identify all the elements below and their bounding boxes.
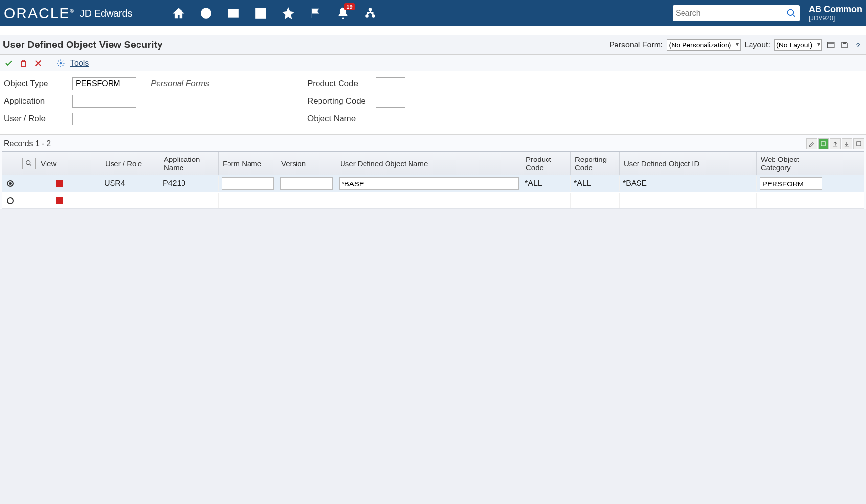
col-app-name[interactable]: Application Name — [160, 152, 219, 175]
product-name: JD Edwards — [80, 8, 133, 19]
hierarchy-icon[interactable] — [364, 6, 377, 20]
cell-user-role[interactable]: USR4 — [101, 176, 160, 191]
svg-rect-11 — [857, 142, 861, 146]
col-view: View — [41, 160, 56, 168]
personal-form-select[interactable]: (No Personalization) — [667, 39, 741, 51]
cell-version[interactable] — [277, 193, 336, 208]
row-radio[interactable] — [7, 197, 14, 204]
clock-icon[interactable] — [199, 6, 213, 20]
cell-reporting-code[interactable]: *ALL — [571, 176, 620, 191]
delete-icon[interactable] — [19, 58, 28, 68]
upload-icon[interactable] — [830, 138, 841, 149]
product-code-input[interactable] — [376, 77, 405, 90]
filters-panel: Object Type Personal Forms Product Code … — [0, 71, 866, 135]
user-env: [JDV920] — [809, 15, 862, 22]
search-icon[interactable] — [785, 7, 797, 19]
col-product-code[interactable]: Product Code — [522, 152, 571, 175]
product-code-label: Product Code — [307, 79, 371, 89]
title-bar: User Defined Object View Security Person… — [0, 35, 866, 55]
nav-icons: 19 — [172, 6, 377, 20]
grid-header-row: View User / Role Application Name Form N… — [2, 152, 864, 175]
object-type-desc: Personal Forms — [151, 79, 209, 89]
star-icon[interactable] — [281, 6, 295, 20]
user-role-label: User / Role — [4, 114, 68, 124]
application-input[interactable] — [72, 95, 136, 108]
tools-link[interactable]: Tools — [70, 59, 89, 68]
gear-icon[interactable] — [56, 58, 66, 68]
save-icon[interactable] — [840, 40, 849, 50]
svg-text:?: ? — [856, 41, 860, 48]
personal-form-label: Personal Form: — [609, 41, 662, 49]
col-form-name[interactable]: Form Name — [219, 152, 277, 175]
col-web-obj-cat[interactable]: Web Object Category — [757, 152, 825, 175]
data-grid: View User / Role Application Name Form N… — [2, 151, 864, 209]
notification-badge: 19 — [344, 3, 354, 10]
user-info[interactable]: AB Common [JDV920] — [809, 5, 862, 22]
grid-row[interactable]: USR4 P4210 *ALL *ALL *BASE — [2, 175, 864, 192]
download-icon[interactable] — [842, 138, 852, 149]
svg-rect-7 — [843, 42, 846, 44]
object-type-input[interactable] — [72, 77, 136, 90]
cell-reporting-code[interactable] — [571, 193, 620, 208]
cell-udo-id[interactable] — [620, 193, 757, 208]
view-header-icon[interactable] — [22, 158, 36, 169]
cell-product-code[interactable] — [522, 193, 571, 208]
search-box — [673, 5, 800, 21]
cell-version-input[interactable] — [280, 177, 333, 190]
reporting-code-label: Reporting Code — [307, 96, 371, 106]
svg-point-9 — [60, 62, 62, 64]
row-radio[interactable] — [7, 180, 14, 187]
customize-grid-icon[interactable] — [806, 138, 817, 149]
col-udon[interactable]: User Defined Object Name — [336, 152, 522, 175]
cell-udon[interactable] — [336, 193, 522, 208]
view-indicator-icon — [56, 197, 63, 204]
cell-udon-input[interactable] — [339, 177, 519, 190]
maximize-icon[interactable] — [853, 138, 864, 149]
home-icon[interactable] — [172, 6, 185, 20]
col-user-role[interactable]: User / Role — [101, 152, 160, 175]
user-role-input[interactable] — [72, 113, 136, 125]
cell-form-name[interactable] — [219, 193, 277, 208]
cell-user-role[interactable] — [101, 193, 160, 208]
object-name-label: Object Name — [307, 114, 371, 124]
object-name-input[interactable] — [376, 113, 527, 125]
layout-select[interactable]: (No Layout) — [774, 39, 822, 51]
edit-icon[interactable] — [254, 6, 268, 20]
view-indicator-icon — [56, 180, 63, 187]
col-reporting-code[interactable]: Reporting Code — [571, 152, 620, 175]
flag-icon[interactable] — [309, 6, 322, 20]
user-name: AB Common — [809, 5, 862, 15]
oracle-logo: ORACLE® — [4, 5, 75, 22]
records-count: Records 1 - 2 — [2, 139, 51, 148]
help-icon[interactable]: ? — [853, 40, 863, 50]
cell-form-name-input[interactable] — [222, 177, 274, 190]
search-input[interactable] — [676, 9, 785, 18]
col-udo-id[interactable]: User Defined Object ID — [620, 152, 757, 175]
grid-row[interactable] — [2, 192, 864, 209]
cell-web-obj-cat[interactable] — [757, 193, 825, 208]
svg-point-4 — [366, 15, 368, 17]
cell-product-code[interactable]: *ALL — [522, 176, 571, 191]
svg-rect-10 — [821, 142, 825, 146]
reporting-code-input[interactable] — [376, 95, 405, 108]
svg-rect-6 — [827, 42, 834, 48]
grid-area: Records 1 - 2 View User / Role Applicati… — [0, 135, 866, 209]
bell-icon[interactable]: 19 — [336, 6, 350, 20]
cell-app-name[interactable]: P4210 — [160, 176, 219, 191]
cell-web-obj-cat-input[interactable] — [760, 177, 822, 190]
application-label: Application — [4, 96, 68, 106]
check-icon[interactable] — [4, 58, 14, 68]
chart-icon[interactable] — [227, 6, 240, 20]
form-icon[interactable] — [826, 40, 836, 50]
cell-app-name[interactable] — [160, 193, 219, 208]
top-bar: ORACLE® JD Edwards 19 AB Common [JDV920] — [0, 0, 866, 26]
svg-point-5 — [372, 15, 374, 17]
cell-udo-id[interactable]: *BASE — [620, 176, 757, 191]
close-icon[interactable] — [33, 58, 43, 68]
page-title: User Defined Object View Security — [3, 39, 162, 50]
sub-bar — [0, 26, 866, 35]
object-type-label: Object Type — [4, 79, 68, 89]
col-version[interactable]: Version — [277, 152, 336, 175]
toolbar: Tools — [0, 55, 866, 71]
export-icon[interactable] — [818, 138, 829, 149]
